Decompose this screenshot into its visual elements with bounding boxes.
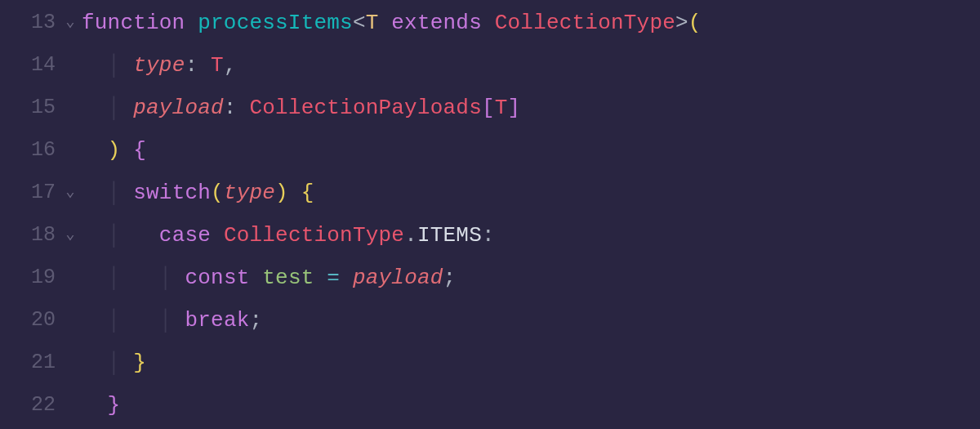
code-line[interactable]: 19 │ │ const test = payload; xyxy=(0,257,980,299)
code-content[interactable]: │ type: T, xyxy=(82,45,237,87)
code-line[interactable]: 17 ⌄ │ switch(type) { xyxy=(0,172,980,214)
line-number: 18 xyxy=(0,216,59,256)
keyword-const: const xyxy=(185,266,249,290)
code-content[interactable]: │ case CollectionType.ITEMS: xyxy=(82,215,495,257)
keyword-function: function xyxy=(82,11,185,35)
line-number: 22 xyxy=(0,386,59,426)
code-content[interactable]: ) { xyxy=(82,130,146,172)
line-number: 17 xyxy=(0,173,59,213)
type-reference: CollectionPayloads xyxy=(249,96,481,120)
identifier: payload xyxy=(353,266,443,290)
line-number: 20 xyxy=(0,301,59,341)
line-number: 16 xyxy=(0,131,59,171)
indent-guide: │ xyxy=(159,308,172,333)
indent-guide: │ xyxy=(108,223,121,248)
keyword-extends: extends xyxy=(391,11,482,35)
indent-guide: │ xyxy=(108,351,121,375)
param-name: payload xyxy=(133,96,224,120)
code-line[interactable]: 22 } xyxy=(0,384,980,427)
type-reference: T xyxy=(495,96,508,120)
line-number: 21 xyxy=(0,343,59,383)
code-line[interactable]: 18 ⌄ │ case CollectionType.ITEMS: xyxy=(0,214,980,257)
line-number: 15 xyxy=(0,88,59,128)
code-line[interactable]: 14 │ type: T, xyxy=(0,44,980,87)
code-content[interactable]: } xyxy=(82,385,120,427)
keyword-case: case xyxy=(159,223,211,248)
generic-param: T xyxy=(366,11,379,35)
line-number: 14 xyxy=(0,46,59,86)
code-line[interactable]: 16 ) { xyxy=(0,129,980,172)
code-content[interactable]: │ payload: CollectionPayloads[T] xyxy=(82,87,520,129)
indent-guide: │ xyxy=(108,266,121,290)
indent-guide: │ xyxy=(108,96,121,120)
type-reference: CollectionType xyxy=(495,11,675,35)
identifier: type xyxy=(224,181,275,205)
type-reference: CollectionType xyxy=(224,223,404,248)
keyword-switch: switch xyxy=(133,181,211,205)
indent-guide: │ xyxy=(108,181,121,205)
code-content[interactable]: │ │ const test = payload; xyxy=(82,257,456,299)
code-line[interactable]: 21 │ } xyxy=(0,342,980,384)
code-content[interactable]: │ } xyxy=(82,342,146,384)
keyword-break: break xyxy=(185,308,249,333)
fold-chevron-icon[interactable]: ⌄ xyxy=(59,220,82,250)
code-editor[interactable]: 13 ⌄ function processItems<T extends Col… xyxy=(0,0,980,427)
indent-guide: │ xyxy=(159,266,172,290)
fold-chevron-icon[interactable]: ⌄ xyxy=(59,7,82,38)
function-name: processItems xyxy=(198,11,353,35)
line-number: 19 xyxy=(0,258,59,298)
code-line[interactable]: 13 ⌄ function processItems<T extends Col… xyxy=(0,2,980,44)
line-number: 13 xyxy=(0,3,59,43)
type-reference: T xyxy=(211,53,224,78)
indent-guide: │ xyxy=(108,308,121,333)
property: ITEMS xyxy=(417,223,482,248)
operator: = xyxy=(327,266,340,290)
code-content[interactable]: function processItems<T extends Collecti… xyxy=(82,2,702,44)
code-content[interactable]: │ │ break; xyxy=(82,300,262,342)
variable-declaration: test xyxy=(262,266,314,290)
fold-chevron-icon[interactable]: ⌄ xyxy=(59,177,82,208)
code-line[interactable]: 15 │ payload: CollectionPayloads[T] xyxy=(0,87,980,129)
param-name: type xyxy=(133,53,185,78)
code-line[interactable]: 20 │ │ break; xyxy=(0,299,980,342)
indent-guide: │ xyxy=(108,53,121,78)
code-content[interactable]: │ switch(type) { xyxy=(82,172,314,214)
